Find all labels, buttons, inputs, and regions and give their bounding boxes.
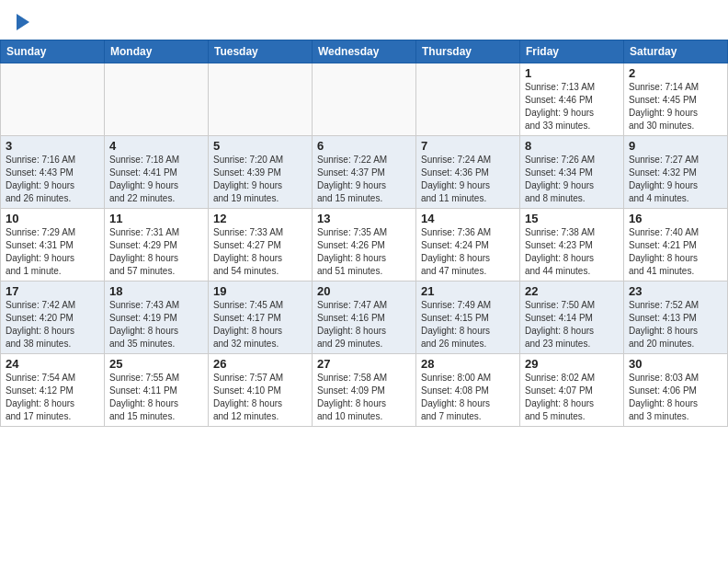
calendar-cell (416, 63, 520, 136)
day-number: 22 (525, 284, 619, 298)
day-info: Sunrise: 7:27 AM Sunset: 4:32 PM Dayligh… (629, 154, 722, 205)
calendar-cell (105, 63, 209, 136)
calendar-cell: 22Sunrise: 7:50 AM Sunset: 4:14 PM Dayli… (520, 282, 624, 354)
day-info: Sunrise: 7:58 AM Sunset: 4:09 PM Dayligh… (317, 372, 411, 423)
calendar-cell: 11Sunrise: 7:31 AM Sunset: 4:29 PM Dayli… (105, 209, 209, 282)
day-number: 24 (6, 357, 99, 371)
day-number: 30 (629, 357, 722, 371)
day-info: Sunrise: 8:03 AM Sunset: 4:06 PM Dayligh… (629, 372, 722, 423)
calendar-cell: 20Sunrise: 7:47 AM Sunset: 4:16 PM Dayli… (313, 282, 416, 354)
calendar-week-2: 3Sunrise: 7:16 AM Sunset: 4:43 PM Daylig… (1, 136, 728, 209)
day-number: 15 (525, 212, 619, 225)
calendar-cell: 13Sunrise: 7:35 AM Sunset: 4:26 PM Dayli… (313, 209, 416, 282)
calendar-cell: 29Sunrise: 8:02 AM Sunset: 4:07 PM Dayli… (520, 354, 624, 427)
calendar-header-sunday: Sunday (1, 40, 105, 63)
calendar-header-row: SundayMondayTuesdayWednesdayThursdayFrid… (1, 40, 728, 63)
day-number: 26 (213, 357, 307, 371)
day-number: 23 (629, 284, 722, 298)
calendar-cell: 1Sunrise: 7:13 AM Sunset: 4:46 PM Daylig… (520, 63, 624, 136)
day-info: Sunrise: 7:35 AM Sunset: 4:26 PM Dayligh… (317, 226, 411, 278)
calendar-week-5: 24Sunrise: 7:54 AM Sunset: 4:12 PM Dayli… (1, 354, 728, 427)
day-info: Sunrise: 7:40 AM Sunset: 4:21 PM Dayligh… (629, 226, 722, 278)
day-info: Sunrise: 7:14 AM Sunset: 4:45 PM Dayligh… (629, 81, 722, 132)
calendar-header-thursday: Thursday (416, 40, 520, 63)
day-info: Sunrise: 7:42 AM Sunset: 4:20 PM Dayligh… (6, 299, 99, 350)
logo (14, 14, 29, 30)
calendar-cell: 25Sunrise: 7:55 AM Sunset: 4:11 PM Dayli… (105, 354, 209, 427)
day-info: Sunrise: 7:55 AM Sunset: 4:11 PM Dayligh… (109, 372, 203, 423)
calendar-week-3: 10Sunrise: 7:29 AM Sunset: 4:31 PM Dayli… (1, 209, 728, 282)
day-info: Sunrise: 7:50 AM Sunset: 4:14 PM Dayligh… (525, 299, 619, 350)
day-number: 12 (213, 212, 307, 225)
calendar-week-1: 1Sunrise: 7:13 AM Sunset: 4:46 PM Daylig… (1, 63, 728, 136)
day-number: 27 (317, 357, 411, 371)
calendar-cell: 14Sunrise: 7:36 AM Sunset: 4:24 PM Dayli… (416, 209, 520, 282)
calendar-week-4: 17Sunrise: 7:42 AM Sunset: 4:20 PM Dayli… (1, 282, 728, 354)
calendar-cell: 24Sunrise: 7:54 AM Sunset: 4:12 PM Dayli… (1, 354, 105, 427)
day-info: Sunrise: 7:45 AM Sunset: 4:17 PM Dayligh… (213, 299, 307, 350)
calendar-cell: 5Sunrise: 7:20 AM Sunset: 4:39 PM Daylig… (209, 136, 313, 209)
day-number: 11 (109, 212, 203, 225)
logo-triangle-icon (17, 14, 29, 30)
day-number: 4 (109, 139, 203, 153)
day-info: Sunrise: 8:02 AM Sunset: 4:07 PM Dayligh… (525, 372, 619, 423)
calendar-cell: 12Sunrise: 7:33 AM Sunset: 4:27 PM Dayli… (209, 209, 313, 282)
day-number: 17 (6, 284, 99, 298)
day-number: 14 (421, 212, 515, 225)
day-info: Sunrise: 7:36 AM Sunset: 4:24 PM Dayligh… (421, 226, 515, 278)
day-info: Sunrise: 7:13 AM Sunset: 4:46 PM Dayligh… (525, 81, 619, 132)
day-number: 9 (629, 139, 722, 153)
day-info: Sunrise: 7:31 AM Sunset: 4:29 PM Dayligh… (109, 226, 203, 278)
day-number: 19 (213, 284, 307, 298)
calendar-cell: 28Sunrise: 8:00 AM Sunset: 4:08 PM Dayli… (416, 354, 520, 427)
calendar-cell: 3Sunrise: 7:16 AM Sunset: 4:43 PM Daylig… (1, 136, 105, 209)
calendar-header-friday: Friday (520, 40, 624, 63)
day-number: 28 (421, 357, 515, 371)
calendar-cell: 17Sunrise: 7:42 AM Sunset: 4:20 PM Dayli… (1, 282, 105, 354)
calendar-cell: 18Sunrise: 7:43 AM Sunset: 4:19 PM Dayli… (105, 282, 209, 354)
day-number: 8 (525, 139, 619, 153)
calendar-cell: 23Sunrise: 7:52 AM Sunset: 4:13 PM Dayli… (624, 282, 728, 354)
day-number: 10 (6, 212, 99, 225)
day-number: 20 (317, 284, 411, 298)
day-info: Sunrise: 7:26 AM Sunset: 4:34 PM Dayligh… (525, 154, 619, 205)
day-info: Sunrise: 7:47 AM Sunset: 4:16 PM Dayligh… (317, 299, 411, 350)
day-info: Sunrise: 7:43 AM Sunset: 4:19 PM Dayligh… (109, 299, 203, 350)
calendar-cell: 10Sunrise: 7:29 AM Sunset: 4:31 PM Dayli… (1, 209, 105, 282)
calendar-cell: 26Sunrise: 7:57 AM Sunset: 4:10 PM Dayli… (209, 354, 313, 427)
calendar-header-monday: Monday (105, 40, 209, 63)
calendar-cell: 9Sunrise: 7:27 AM Sunset: 4:32 PM Daylig… (624, 136, 728, 209)
day-info: Sunrise: 7:18 AM Sunset: 4:41 PM Dayligh… (109, 154, 203, 205)
calendar-cell: 15Sunrise: 7:38 AM Sunset: 4:23 PM Dayli… (520, 209, 624, 282)
day-number: 5 (213, 139, 307, 153)
day-number: 7 (421, 139, 515, 153)
calendar-cell: 6Sunrise: 7:22 AM Sunset: 4:37 PM Daylig… (313, 136, 416, 209)
day-info: Sunrise: 7:24 AM Sunset: 4:36 PM Dayligh… (421, 154, 515, 205)
day-number: 21 (421, 284, 515, 298)
day-number: 2 (629, 66, 722, 80)
calendar-body: 1Sunrise: 7:13 AM Sunset: 4:46 PM Daylig… (1, 63, 728, 427)
day-number: 13 (317, 212, 411, 225)
calendar-cell: 19Sunrise: 7:45 AM Sunset: 4:17 PM Dayli… (209, 282, 313, 354)
calendar-table: SundayMondayTuesdayWednesdayThursdayFrid… (0, 40, 728, 427)
calendar-cell: 4Sunrise: 7:18 AM Sunset: 4:41 PM Daylig… (105, 136, 209, 209)
day-number: 16 (629, 212, 722, 225)
day-number: 25 (109, 357, 203, 371)
calendar-cell (209, 63, 313, 136)
calendar-cell: 16Sunrise: 7:40 AM Sunset: 4:21 PM Dayli… (624, 209, 728, 282)
day-number: 29 (525, 357, 619, 371)
calendar-cell: 8Sunrise: 7:26 AM Sunset: 4:34 PM Daylig… (520, 136, 624, 209)
day-info: Sunrise: 7:29 AM Sunset: 4:31 PM Dayligh… (6, 226, 99, 278)
day-info: Sunrise: 7:38 AM Sunset: 4:23 PM Dayligh… (525, 226, 619, 278)
day-info: Sunrise: 7:57 AM Sunset: 4:10 PM Dayligh… (213, 372, 307, 423)
day-number: 6 (317, 139, 411, 153)
calendar-cell (313, 63, 416, 136)
calendar-cell (1, 63, 105, 136)
day-number: 3 (6, 139, 99, 153)
day-info: Sunrise: 7:52 AM Sunset: 4:13 PM Dayligh… (629, 299, 722, 350)
calendar-header-saturday: Saturday (624, 40, 728, 63)
day-number: 1 (525, 66, 619, 80)
calendar-cell: 27Sunrise: 7:58 AM Sunset: 4:09 PM Dayli… (313, 354, 416, 427)
calendar-cell: 30Sunrise: 8:03 AM Sunset: 4:06 PM Dayli… (624, 354, 728, 427)
day-info: Sunrise: 7:22 AM Sunset: 4:37 PM Dayligh… (317, 154, 411, 205)
